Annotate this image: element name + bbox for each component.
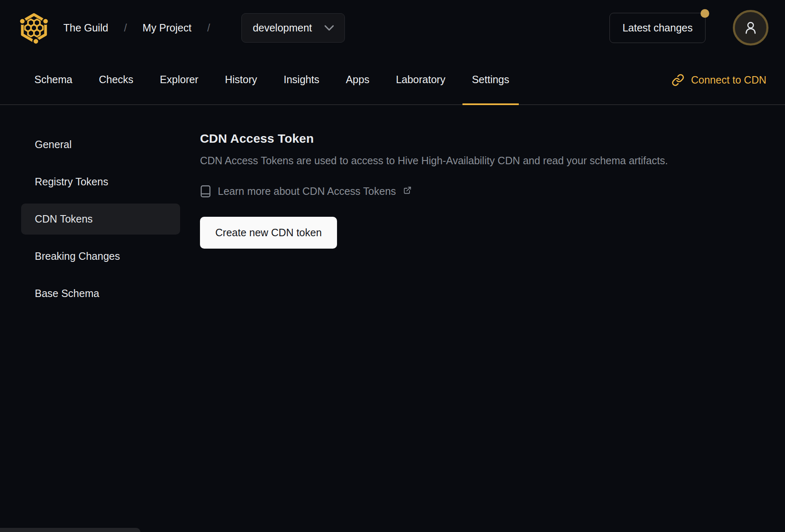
hive-hexagon-icon — [19, 12, 49, 44]
sidebar-item-base-schema[interactable]: Base Schema — [21, 278, 180, 309]
page-title: CDN Access Token — [200, 132, 766, 146]
tab-explorer[interactable]: Explorer — [150, 55, 208, 105]
page-description: CDN Access Tokens are used to access to … — [200, 155, 766, 167]
sidebar-item-cdn-tokens[interactable]: CDN Tokens — [21, 204, 180, 235]
top-header: The Guild / My Project / development Lat… — [0, 0, 785, 55]
book-icon — [200, 185, 211, 198]
sidebar-item-breaking-changes[interactable]: Breaking Changes — [21, 241, 180, 272]
tab-insights[interactable]: Insights — [274, 55, 329, 105]
tab-settings[interactable]: Settings — [462, 55, 519, 105]
main-content: CDN Access Token CDN Access Tokens are u… — [181, 129, 785, 315]
external-link-icon — [403, 186, 412, 194]
link-icon — [672, 74, 684, 86]
bottom-toast-partial[interactable] — [0, 528, 140, 532]
breadcrumb-separator: / — [207, 22, 210, 34]
tab-schema[interactable]: Schema — [25, 55, 82, 105]
create-cdn-token-button[interactable]: Create new CDN token — [200, 217, 337, 249]
learn-more-link[interactable]: Learn more about CDN Access Tokens — [200, 185, 766, 198]
user-menu-avatar[interactable] — [733, 10, 768, 46]
target-selector-dropdown[interactable]: development — [241, 13, 344, 43]
tab-laboratory[interactable]: Laboratory — [386, 55, 455, 105]
content-layout: GeneralRegistry TokensCDN TokensBreaking… — [0, 105, 785, 315]
header-right-group: Latest changes — [609, 10, 768, 46]
connect-to-cdn-link[interactable]: Connect to CDN — [672, 55, 766, 104]
tab-history[interactable]: History — [215, 55, 267, 105]
nav-tabs: SchemaChecksExplorerHistoryInsightsAppsL… — [25, 55, 526, 104]
latest-changes-button[interactable]: Latest changes — [609, 13, 706, 43]
sidebar-item-general[interactable]: General — [21, 129, 180, 160]
tab-checks[interactable]: Checks — [89, 55, 143, 105]
sidebar-item-registry-tokens[interactable]: Registry Tokens — [21, 166, 180, 197]
breadcrumb-org[interactable]: The Guild — [63, 22, 108, 34]
learn-more-label: Learn more about CDN Access Tokens — [218, 185, 396, 197]
breadcrumb-project[interactable]: My Project — [142, 22, 191, 34]
user-icon — [743, 20, 759, 36]
chevron-down-icon — [325, 25, 334, 31]
main-nav: SchemaChecksExplorerHistoryInsightsAppsL… — [0, 55, 785, 105]
connect-to-cdn-label: Connect to CDN — [691, 74, 766, 86]
tab-apps[interactable]: Apps — [336, 55, 379, 105]
notification-dot — [701, 9, 709, 18]
target-selector-value: development — [253, 22, 312, 34]
hive-logo[interactable] — [19, 12, 49, 44]
settings-sidebar: GeneralRegistry TokensCDN TokensBreaking… — [0, 129, 181, 315]
latest-changes-label: Latest changes — [622, 22, 693, 34]
breadcrumb-separator: / — [124, 22, 127, 34]
